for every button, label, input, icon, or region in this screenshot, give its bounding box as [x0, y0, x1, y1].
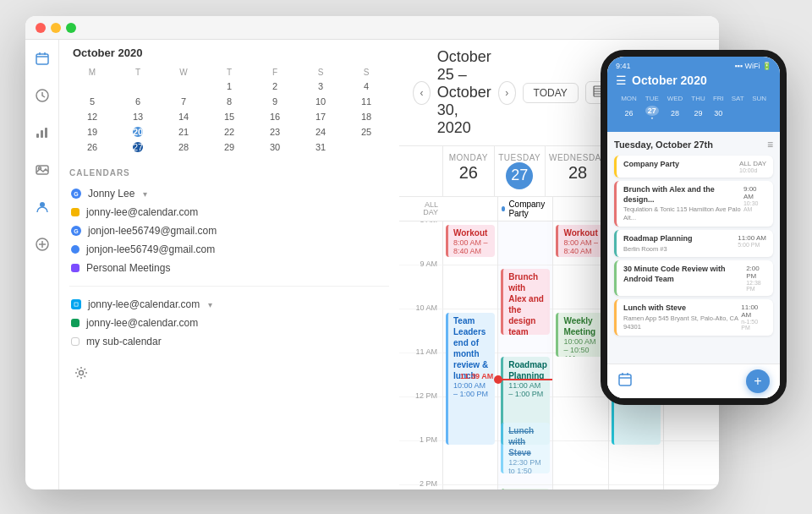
phone-cal-date[interactable]: 26	[617, 105, 640, 122]
allday-event-company-party[interactable]: Company Party	[502, 200, 549, 218]
event-time: 8:00 AM – 8:40 AM	[453, 238, 490, 255]
calendar-item-green[interactable]: jonny-lee@calendar.com	[69, 314, 389, 332]
mini-cal-date[interactable]: 7	[161, 94, 206, 109]
mini-cal-date[interactable]: 5	[69, 94, 115, 109]
calendar-item-jonny-email[interactable]: jonny-lee@calendar.com	[69, 203, 389, 221]
phone-event-company-party[interactable]: Company Party ALL DAY 10:00d	[614, 156, 773, 178]
mini-cal-date[interactable]	[115, 79, 161, 94]
phone-day-label: Tuesday, October 27th	[614, 139, 713, 150]
today-button[interactable]: TODAY	[523, 83, 579, 103]
phone-event-time: 11:00 AM	[741, 303, 766, 319]
calendar-icon[interactable]	[30, 46, 54, 70]
mini-cal-date[interactable]: 22	[206, 124, 252, 139]
phone-event-subtime: 10:00d	[739, 167, 766, 173]
mini-cal-date[interactable]: 16	[252, 109, 298, 124]
event-time: 10:00 AM – 10:50 AM	[563, 337, 600, 357]
calendar-item-personal[interactable]: Personal Meetings	[69, 259, 389, 277]
mini-cal-date[interactable]: 10	[298, 94, 343, 109]
phone-event-subtime: 12:38 PM	[746, 280, 766, 292]
phone-cal-date[interactable]: 29	[689, 105, 709, 122]
phone-add-button[interactable]: +	[746, 369, 770, 393]
calendar-item-ms[interactable]: ◻ jonny-lee@calendar.com ▾	[69, 295, 389, 314]
mini-cal-date[interactable]: 9	[252, 94, 298, 109]
calendar-item-gmail2[interactable]: jonjon-lee56749@gmail.com	[69, 240, 389, 259]
mini-cal-date[interactable]: 14	[161, 109, 206, 124]
phone-event-code-review[interactable]: 30 Minute Code Review with Android Team …	[614, 260, 773, 296]
calendar-name: jonjon-lee56749@gmail.com	[88, 225, 217, 237]
calendar-divider	[69, 286, 389, 287]
person-icon[interactable]	[30, 195, 54, 219]
day-num-mon: 26	[447, 162, 491, 183]
event-code-review-tue[interactable]: 30 Minute Code Revi... 2:00 PM – 2:30 PM	[501, 489, 550, 489]
mini-cal-date[interactable]: 25	[343, 124, 389, 139]
mini-cal-date[interactable]: 21	[161, 124, 206, 139]
phone-cal-date[interactable]: 30	[710, 105, 727, 122]
time-header-cell	[399, 146, 443, 196]
mini-cal-date[interactable]: 1	[206, 79, 252, 94]
chart-icon[interactable]	[30, 121, 54, 145]
clock-icon[interactable]	[30, 84, 54, 107]
mini-cal-date[interactable]: 26	[69, 139, 115, 155]
event-workout-mon[interactable]: Workout 8:00 AM – 8:40 AM	[446, 225, 495, 257]
hour-line	[664, 441, 719, 485]
mini-cal-date[interactable]: 20	[115, 124, 161, 139]
prev-period-button[interactable]: ‹	[413, 81, 431, 105]
mini-cal-date[interactable]: 15	[206, 109, 252, 124]
phone-time: 9:41	[616, 62, 631, 70]
mini-cal-date[interactable]	[161, 79, 206, 94]
mini-cal-date[interactable]: 11	[343, 94, 389, 109]
calendar-item-gmail1[interactable]: G jonjon-lee56749@gmail.com	[69, 221, 389, 240]
mini-cal-date[interactable]: 27	[115, 139, 161, 155]
phone-cal-date[interactable]: 27●	[642, 105, 662, 122]
allday-cell-tue[interactable]: Company Party	[498, 197, 553, 221]
mini-cal-date[interactable]: 6	[115, 94, 161, 109]
minimize-button[interactable]	[51, 23, 61, 33]
image-icon[interactable]	[30, 158, 54, 182]
maximize-button[interactable]	[66, 23, 76, 33]
phone-calendar-icon[interactable]	[617, 372, 633, 391]
phone-event-brunch[interactable]: Brunch with Alex and the design... Tequl…	[614, 181, 773, 227]
mini-cal-date[interactable]: 12	[69, 109, 115, 124]
calendar-item-jonny[interactable]: G Jonny Lee ▾	[69, 184, 389, 203]
next-period-button[interactable]: ›	[498, 81, 516, 105]
phone-event-roadmap[interactable]: Roadmap Planning Berlin Room #3 11:00 AM…	[614, 230, 773, 257]
mini-cal-date[interactable]: 19	[69, 124, 115, 139]
phone-cal-date[interactable]: 28	[664, 105, 687, 122]
phone-event-row: 30 Minute Code Review with Android Team …	[623, 265, 766, 292]
calendar-name: Jonny Lee	[88, 188, 134, 200]
mini-cal-date[interactable]: 24	[298, 124, 343, 139]
day-num-wed: 28	[549, 162, 606, 183]
mini-cal-date[interactable]: 2	[252, 79, 298, 94]
phone-menu-icon[interactable]: ☰	[616, 74, 627, 87]
mini-cal-date[interactable]: 17	[298, 109, 343, 124]
mini-cal-date[interactable]: 8	[206, 94, 252, 109]
calendar-item-sub[interactable]: my sub-calendar	[69, 332, 389, 351]
add-calendar-sidebar-icon[interactable]	[30, 232, 54, 256]
day-num-tue: 27	[506, 162, 533, 189]
event-workout-wed[interactable]: Workout 8:00 AM – 8:40 AM	[556, 225, 605, 257]
mini-cal-date[interactable]: 18	[343, 109, 389, 124]
phone-cal-date[interactable]	[728, 105, 747, 122]
event-brunch[interactable]: Brunch with Alex and the design team 9:0…	[501, 269, 550, 335]
mini-cal-date[interactable]	[343, 139, 389, 155]
phone-event-row: Company Party ALL DAY 10:00d	[623, 160, 766, 173]
settings-icon[interactable]	[69, 361, 93, 385]
mini-cal-date[interactable]: 4	[343, 79, 389, 94]
hour-line	[553, 441, 607, 485]
close-button[interactable]	[36, 23, 46, 33]
phone-event-row: Roadmap Planning Berlin Room #3 11:00 AM…	[623, 234, 766, 253]
mini-cal-date[interactable]	[69, 79, 115, 94]
mini-cal-date[interactable]: 30	[252, 139, 298, 155]
mini-cal-date[interactable]: 13	[115, 109, 161, 124]
event-lunch-steve[interactable]: Lunch with Steve 12:30 PM to 1:50 PM	[501, 423, 550, 473]
phone-event-info: Company Party	[623, 160, 679, 170]
phone-cal-date[interactable]	[749, 105, 770, 122]
mini-cal-date[interactable]: 31	[298, 139, 343, 155]
mini-cal-date[interactable]: 29	[206, 139, 252, 155]
mini-cal-date[interactable]: 3	[298, 79, 343, 94]
mini-cal-date[interactable]: 23	[252, 124, 298, 139]
phone-body[interactable]: Tuesday, October 27th ≡ Company Party AL…	[607, 132, 780, 364]
event-weekly-meeting[interactable]: Weekly Meeting 10:00 AM – 10:50 AM	[556, 313, 605, 357]
phone-event-lunch-steve[interactable]: Lunch with Steve Ramen App 545 Bryant St…	[614, 299, 773, 335]
mini-cal-date[interactable]: 28	[161, 139, 206, 155]
